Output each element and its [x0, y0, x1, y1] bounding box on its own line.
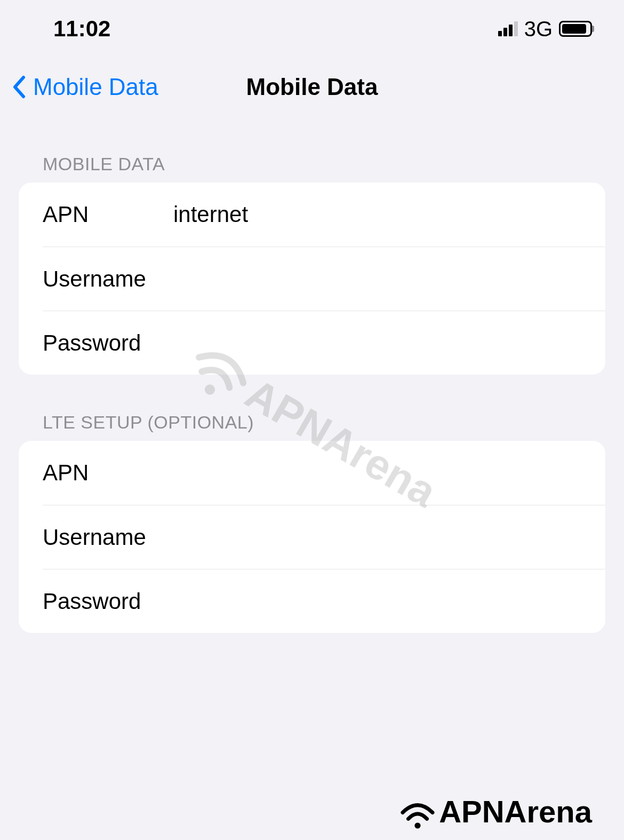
nav-bar: Mobile Data Mobile Data: [0, 52, 624, 116]
input-lte-username[interactable]: [173, 525, 581, 550]
status-time: 11:02: [53, 16, 110, 42]
section-header-mobile-data: MOBILE DATA: [0, 116, 624, 183]
back-label: Mobile Data: [33, 74, 158, 100]
watermark-text: APNArena: [439, 794, 592, 829]
back-button[interactable]: Mobile Data: [11, 74, 158, 100]
status-bar: 11:02 3G: [0, 0, 624, 52]
section-header-lte-setup: LTE SETUP (OPTIONAL): [0, 375, 624, 441]
wifi-icon: [399, 796, 436, 828]
label-username: Username: [43, 266, 173, 292]
row-lte-username[interactable]: Username: [43, 505, 605, 569]
chevron-left-icon: [11, 75, 28, 99]
input-lte-password[interactable]: [173, 589, 581, 614]
input-mobile-data-password[interactable]: [173, 330, 581, 356]
row-mobile-data-apn[interactable]: APN: [19, 183, 605, 247]
label-apn: APN: [43, 202, 173, 227]
input-lte-apn[interactable]: [173, 460, 581, 486]
watermark-bottom: APNArena: [399, 794, 592, 829]
row-mobile-data-password[interactable]: Password: [43, 311, 605, 375]
section-mobile-data: APN Username Password: [19, 183, 605, 375]
svg-point-1: [415, 822, 421, 828]
signal-icon: [498, 21, 518, 36]
label-password: Password: [43, 330, 173, 356]
status-indicators: 3G: [498, 17, 592, 41]
label-password: Password: [43, 589, 173, 614]
row-mobile-data-username[interactable]: Username: [43, 247, 605, 311]
label-apn: APN: [43, 460, 173, 486]
network-type: 3G: [524, 17, 553, 41]
section-lte-setup: APN Username Password: [19, 441, 605, 633]
input-mobile-data-apn[interactable]: [173, 202, 581, 227]
row-lte-password[interactable]: Password: [43, 569, 605, 633]
input-mobile-data-username[interactable]: [173, 266, 581, 292]
label-username: Username: [43, 525, 173, 550]
page-title: Mobile Data: [246, 74, 378, 100]
row-lte-apn[interactable]: APN: [19, 441, 605, 505]
battery-icon: [559, 21, 592, 37]
